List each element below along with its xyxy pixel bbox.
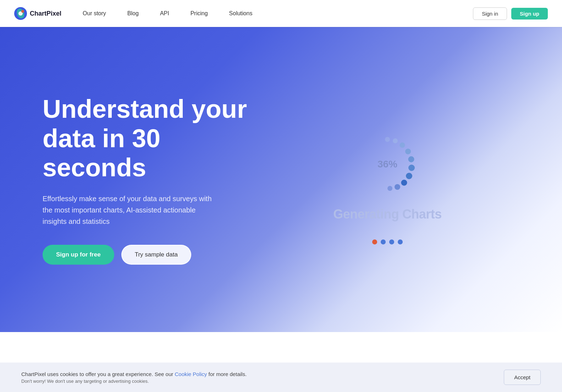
dot-4[interactable] xyxy=(398,239,403,244)
svg-point-8 xyxy=(408,156,414,162)
nav-links: Our story Blog API Pricing Solutions xyxy=(83,10,473,17)
cookie-text-area: ChartPixel uses cookies to offer you a g… xyxy=(21,371,247,384)
pagination-dots xyxy=(372,239,403,244)
nav-actions: Sign in Sign up xyxy=(473,7,548,20)
signup-hero-button[interactable]: Sign up for free xyxy=(43,245,114,265)
navbar: ChartPixel Our story Blog API Pricing So… xyxy=(0,0,562,27)
hero-right: 36% Generating Charts xyxy=(255,115,519,244)
percentage-text: 36% xyxy=(378,159,397,170)
cookie-banner: ChartPixel uses cookies to offer you a g… xyxy=(0,363,562,392)
hero-title: Understand your data in 30 seconds xyxy=(43,94,255,182)
svg-point-12 xyxy=(395,184,400,190)
svg-point-9 xyxy=(408,165,415,171)
dot-2[interactable] xyxy=(381,239,386,244)
signin-button[interactable]: Sign in xyxy=(473,7,507,20)
generating-area: 36% Generating Charts xyxy=(333,129,442,244)
signup-nav-button[interactable]: Sign up xyxy=(511,8,548,20)
cookie-text-after: for more details. xyxy=(207,371,247,377)
hero-left: Understand your data in 30 seconds Effor… xyxy=(43,94,255,265)
hero-subtitle: Effortlessly make sense of your data and… xyxy=(43,193,213,227)
dot-3[interactable] xyxy=(389,239,394,244)
cookie-sub-text: Don't worry! We don't use any targeting … xyxy=(21,379,247,384)
nav-api[interactable]: API xyxy=(160,10,169,17)
svg-point-10 xyxy=(406,173,412,179)
svg-point-7 xyxy=(405,149,411,154)
logo-text: ChartPixel xyxy=(30,10,61,17)
arc-loader: 36% xyxy=(352,129,423,200)
cookie-main-text: ChartPixel uses cookies to offer you a g… xyxy=(21,371,247,377)
logo[interactable]: ChartPixel xyxy=(14,7,61,20)
nav-pricing[interactable]: Pricing xyxy=(191,10,208,17)
nav-solutions[interactable]: Solutions xyxy=(229,10,253,17)
accept-button[interactable]: Accept xyxy=(504,370,541,385)
dot-1[interactable] xyxy=(372,239,377,244)
cookie-policy-link[interactable]: Cookie Policy xyxy=(175,371,207,377)
nav-blog[interactable]: Blog xyxy=(127,10,139,17)
sample-data-button[interactable]: Try sample data xyxy=(121,245,191,265)
hero-section: Understand your data in 30 seconds Effor… xyxy=(0,27,562,332)
svg-point-5 xyxy=(393,138,398,143)
svg-point-11 xyxy=(401,180,407,186)
svg-point-4 xyxy=(385,137,390,142)
svg-point-13 xyxy=(387,186,392,191)
nav-our-story[interactable]: Our story xyxy=(83,10,106,17)
hero-buttons: Sign up for free Try sample data xyxy=(43,245,255,265)
svg-point-6 xyxy=(400,143,405,148)
svg-point-3 xyxy=(21,10,24,13)
generating-label: Generating Charts xyxy=(333,207,442,222)
cookie-text-before: ChartPixel uses cookies to offer you a g… xyxy=(21,371,175,377)
